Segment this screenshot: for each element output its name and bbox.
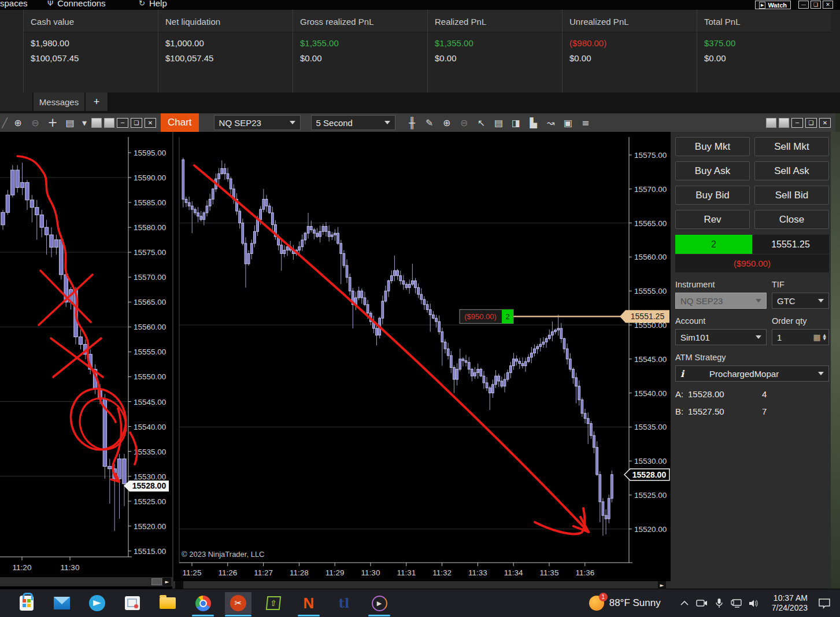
- main-chart-canvas[interactable]: 15575.0015570.0015565.0015560.0015555.00…: [173, 132, 671, 581]
- sell-mkt-button[interactable]: Sell Mkt: [754, 137, 829, 156]
- microphone-icon[interactable]: [712, 598, 727, 608]
- ninjatrader-icon[interactable]: N: [295, 592, 322, 614]
- notification-center-icon[interactable]: [817, 597, 832, 609]
- data-search-icon[interactable]: ▤: [492, 116, 506, 130]
- file-explorer-icon[interactable]: [154, 592, 181, 614]
- interval-select[interactable]: 5 Second: [311, 115, 395, 130]
- zoom-in-icon[interactable]: ⊕: [11, 116, 25, 130]
- main-panel-button-2[interactable]: [779, 118, 789, 128]
- chrome-icon[interactable]: [190, 592, 216, 614]
- buy-ask-button[interactable]: Buy Ask: [675, 161, 750, 180]
- menu-item-connections[interactable]: Ψ Connections: [47, 0, 106, 8]
- panel-button-2[interactable]: [104, 118, 114, 128]
- sell-bid-button[interactable]: Sell Bid: [754, 186, 829, 205]
- atm-strategy-select[interactable]: i ProchargedMopar: [675, 365, 829, 382]
- main-chart-scrollbar[interactable]: ►: [173, 581, 671, 589]
- svg-text:15575.00: 15575.00: [634, 151, 667, 160]
- chevron-down-icon: [290, 121, 295, 124]
- left-window-minimize-icon[interactable]: ─: [117, 118, 128, 128]
- menu-help-label: Help: [149, 0, 167, 8]
- svg-text:15590.00: 15590.00: [134, 173, 166, 182]
- calculator-icon[interactable]: ▦: [813, 332, 820, 342]
- candlestick-style-icon[interactable]: ╫: [405, 116, 419, 130]
- camera-icon[interactable]: [694, 599, 709, 607]
- add-tab-button[interactable]: +: [86, 93, 108, 111]
- minimize-button[interactable]: —: [798, 1, 809, 9]
- qty-stepper[interactable]: ▲▼: [823, 334, 826, 341]
- main-panel-button-1[interactable]: [766, 118, 776, 128]
- panel-button-1[interactable]: [91, 118, 102, 128]
- polyline-icon[interactable]: ↝: [544, 116, 558, 130]
- chart-window-tab[interactable]: Chart: [161, 113, 199, 132]
- caret-down-icon[interactable]: ▾: [80, 116, 88, 130]
- svg-text:11:33: 11:33: [468, 568, 487, 577]
- scrollbar-corner[interactable]: [175, 581, 183, 589]
- mail-icon[interactable]: [49, 592, 75, 614]
- close-position-button[interactable]: Close: [754, 210, 829, 229]
- capture-app-icon[interactable]: ⇧: [260, 592, 287, 614]
- chevron-up-icon[interactable]: [677, 601, 692, 606]
- chart-zoom-out-icon[interactable]: ⊖: [457, 116, 471, 130]
- instrument-select[interactable]: NQ SEP23: [214, 115, 301, 130]
- monitor-app-icon[interactable]: [119, 592, 146, 614]
- panel-instrument-select[interactable]: NQ SEP23: [675, 293, 767, 309]
- left-chart-scrollbar[interactable]: ►: [0, 577, 172, 586]
- thinkorswim-icon[interactable]: tl: [331, 592, 357, 614]
- clipboard-icon[interactable]: ▣: [561, 116, 575, 130]
- account-field-label: Account: [675, 316, 705, 326]
- watch-button[interactable]: ▶ Watch: [755, 1, 791, 9]
- network-display-icon[interactable]: [729, 599, 744, 608]
- buy-mkt-button[interactable]: Buy Mkt: [675, 137, 750, 156]
- summary-value-row1: ($980.00): [569, 36, 697, 51]
- svg-text:15550.00: 15550.00: [134, 372, 166, 381]
- running-app-indicator: [225, 615, 251, 616]
- maximize-button[interactable]: ❏: [811, 1, 821, 9]
- svg-text:11:25: 11:25: [183, 568, 202, 577]
- summary-header: Total PnL: [697, 10, 831, 32]
- main-window-minimize-icon[interactable]: ─: [791, 118, 803, 128]
- left-chart-canvas[interactable]: 15595.0015590.0015585.0015580.0015575.00…: [0, 132, 172, 577]
- svg-text:15570.00: 15570.00: [634, 185, 667, 194]
- main-window-close-icon[interactable]: ✕: [819, 118, 831, 128]
- order-panel-icon[interactable]: ◨: [509, 116, 523, 130]
- weather-widget[interactable]: 1 88°F Sunny: [589, 596, 661, 611]
- menu-item-workspaces[interactable]: spaces: [0, 0, 28, 8]
- date-label: 7/24/2023: [772, 603, 808, 613]
- window-divider[interactable]: [172, 132, 173, 589]
- scroll-right-button[interactable]: ►: [658, 581, 666, 589]
- buy-bid-button[interactable]: Buy Bid: [675, 186, 750, 205]
- data-box-icon[interactable]: ▤: [63, 116, 77, 130]
- left-window-restore-icon[interactable]: ❏: [131, 118, 142, 128]
- chart-zoom-in-icon[interactable]: ⊕: [440, 116, 454, 130]
- crosshair-icon[interactable]: +: [46, 116, 60, 130]
- summary-column-3: Realized PnL$1,355.00$0.00: [427, 10, 562, 93]
- scrollbar-handle[interactable]: [151, 578, 162, 585]
- left-window-close-icon[interactable]: ✕: [145, 118, 156, 128]
- telegram-icon[interactable]: [84, 592, 110, 614]
- main-chart-window: 15575.0015570.0015565.0015560.0015555.00…: [173, 132, 671, 589]
- cursor-icon[interactable]: ↖: [475, 116, 489, 130]
- zoom-out-icon[interactable]: ⊖: [28, 116, 42, 130]
- menu-item-help[interactable]: ↻ Help: [139, 0, 167, 8]
- bar-chart-icon[interactable]: ▙: [527, 116, 541, 130]
- store-icon[interactable]: [13, 592, 40, 614]
- tif-select[interactable]: GTC: [772, 293, 829, 309]
- draw-pencil-icon[interactable]: ✎: [423, 116, 436, 130]
- tab-messages[interactable]: Messages: [34, 93, 84, 111]
- media-player-icon[interactable]: ▶: [366, 592, 393, 614]
- svg-text:11:36: 11:36: [575, 568, 594, 577]
- account-select[interactable]: Sim101: [675, 329, 767, 345]
- scroll-right-button[interactable]: ►: [163, 578, 171, 586]
- snipping-tool-icon[interactable]: ✂: [225, 592, 251, 614]
- list-icon[interactable]: ≡: [579, 116, 593, 130]
- main-window-restore-icon[interactable]: ❏: [805, 118, 817, 128]
- order-qty-input[interactable]: 1 ▦ ▲▼: [772, 329, 829, 345]
- sell-ask-button[interactable]: Sell Ask: [754, 161, 829, 180]
- clock[interactable]: 10:37 AM 7/24/2023: [772, 593, 808, 613]
- tab-stub[interactable]: [0, 93, 32, 111]
- close-button[interactable]: ✕: [823, 1, 833, 9]
- speaker-icon[interactable]: [746, 599, 761, 608]
- svg-text:15560.00: 15560.00: [634, 253, 667, 261]
- info-icon[interactable]: i: [680, 368, 684, 379]
- reverse-button[interactable]: Rev: [675, 210, 750, 229]
